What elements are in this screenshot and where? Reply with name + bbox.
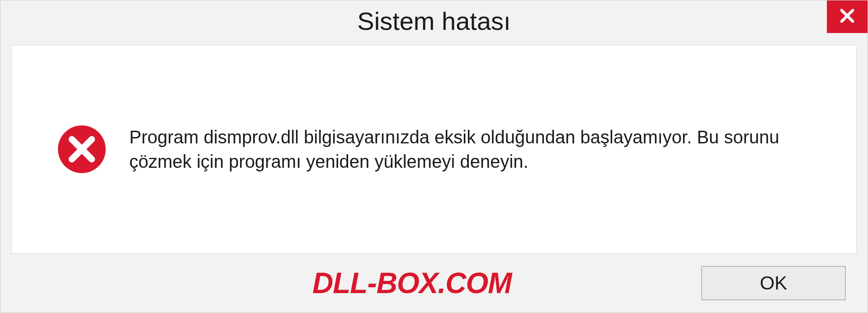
error-dialog: Sistem hatası Program dismprov.dll bilgi… <box>0 0 868 313</box>
content-area: Program dismprov.dll bilgisayarınızda ek… <box>11 45 857 254</box>
close-button[interactable] <box>827 0 868 33</box>
dialog-title: Sistem hatası <box>357 6 510 36</box>
dialog-footer: DLL-BOX.COM OK <box>0 254 868 313</box>
ok-button[interactable]: OK <box>701 266 846 300</box>
close-icon <box>838 6 857 27</box>
titlebar: Sistem hatası <box>0 0 868 41</box>
watermark-text: DLL-BOX.COM <box>312 266 512 300</box>
error-message: Program dismprov.dll bilgisayarınızda ek… <box>129 125 807 174</box>
error-icon <box>57 124 107 174</box>
